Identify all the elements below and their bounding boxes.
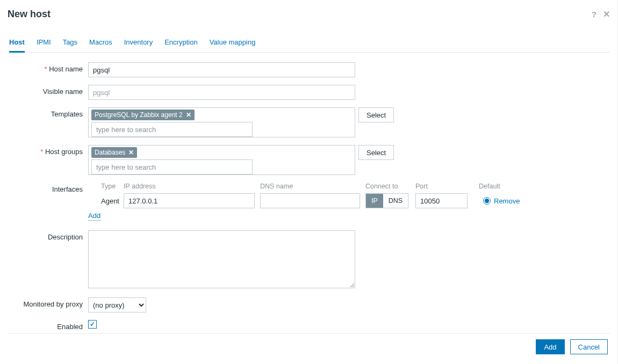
template-chip: PostgreSQL by Zabbix agent 2 ✕ <box>91 110 195 120</box>
host-groups-multiselect[interactable]: Databases ✕ <box>88 145 355 175</box>
interface-type: Agent <box>101 197 124 205</box>
proxy-select[interactable]: (no proxy) <box>88 297 146 312</box>
if-header-ip: IP address <box>124 183 260 190</box>
interface-ip-input[interactable] <box>124 193 255 208</box>
enabled-checkbox[interactable]: ✓ <box>88 320 97 329</box>
host-name-input[interactable] <box>88 62 355 77</box>
if-header-default: Default <box>479 183 495 190</box>
connect-to-toggle: IP DNS <box>365 193 408 208</box>
tab-inventory[interactable]: Inventory <box>124 35 153 52</box>
interface-default-radio[interactable] <box>483 197 491 205</box>
templates-select-button[interactable]: Select <box>358 107 394 122</box>
interfaces-label: Interfaces <box>8 183 88 193</box>
close-icon[interactable]: ✕ <box>603 10 610 19</box>
tab-tags[interactable]: Tags <box>63 35 77 52</box>
form-area: Host name Visible name Templates Postgre… <box>8 53 610 331</box>
if-header-type: Type <box>101 183 124 190</box>
host-group-chip-label: Databases <box>95 149 125 156</box>
interfaces-header: Type IP address DNS name Connect to Port… <box>101 183 529 190</box>
tab-value-mapping[interactable]: Value mapping <box>210 35 256 52</box>
if-header-port: Port <box>415 183 479 190</box>
if-header-connect: Connect to <box>365 183 415 190</box>
dialog-header-icons: ? ✕ <box>592 10 610 19</box>
interface-dns-input[interactable] <box>260 193 360 208</box>
new-host-dialog: New host ? ✕ Host IPMI Tags Macros Inven… <box>0 0 618 364</box>
dialog-footer: Add Cancel <box>8 333 610 361</box>
template-chip-label: PostgreSQL by Zabbix agent 2 <box>95 111 183 119</box>
host-groups-label: Host groups <box>8 145 88 156</box>
add-interface-link[interactable]: Add <box>88 212 100 221</box>
add-button[interactable]: Add <box>536 339 564 354</box>
connect-to-dns-button[interactable]: DNS <box>383 194 408 208</box>
description-label: Description <box>8 230 88 241</box>
host-groups-search-input[interactable] <box>91 159 253 174</box>
interface-remove-link[interactable]: Remove <box>494 197 520 205</box>
host-group-chip-remove-icon[interactable]: ✕ <box>128 149 134 156</box>
interface-port-input[interactable] <box>415 193 468 208</box>
interface-row: Agent IP DNS Remove <box>101 193 529 208</box>
dialog-header: New host ? ✕ <box>8 9 610 20</box>
tab-encryption[interactable]: Encryption <box>164 35 197 52</box>
tab-macros[interactable]: Macros <box>89 35 112 52</box>
description-textarea[interactable] <box>88 230 355 288</box>
if-header-dns: DNS name <box>260 183 365 190</box>
cancel-button[interactable]: Cancel <box>570 339 608 354</box>
templates-multiselect[interactable]: PostgreSQL by Zabbix agent 2 ✕ <box>88 107 355 137</box>
connect-to-ip-button[interactable]: IP <box>366 194 383 208</box>
visible-name-label: Visible name <box>8 85 88 96</box>
tab-host[interactable]: Host <box>9 35 25 53</box>
host-group-chip: Databases ✕ <box>91 147 137 158</box>
visible-name-input[interactable] <box>88 85 355 100</box>
dialog-title: New host <box>8 9 51 20</box>
template-chip-remove-icon[interactable]: ✕ <box>186 111 191 119</box>
proxy-label: Monitored by proxy <box>8 297 88 308</box>
templates-label: Templates <box>8 107 88 118</box>
help-icon[interactable]: ? <box>592 10 597 19</box>
host-groups-select-button[interactable]: Select <box>358 145 394 160</box>
host-name-label: Host name <box>8 62 88 73</box>
tab-bar: Host IPMI Tags Macros Inventory Encrypti… <box>8 35 610 53</box>
templates-search-input[interactable] <box>91 122 253 137</box>
tab-ipmi[interactable]: IPMI <box>37 35 51 52</box>
enabled-label: Enabled <box>8 320 88 331</box>
